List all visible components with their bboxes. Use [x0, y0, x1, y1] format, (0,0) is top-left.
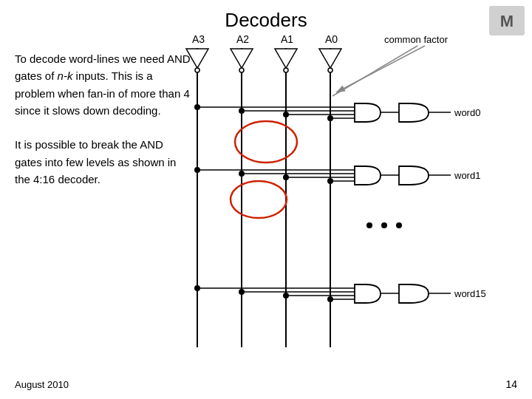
- svg-point-44: [396, 222, 402, 228]
- svg-text:word15: word15: [454, 288, 486, 299]
- svg-point-37: [283, 174, 289, 180]
- footer-date: August 2010: [15, 379, 69, 390]
- svg-point-26: [283, 112, 289, 117]
- svg-point-50: [239, 289, 245, 295]
- svg-point-24: [194, 104, 200, 110]
- svg-text:A3: A3: [192, 33, 205, 45]
- svg-point-57: [231, 181, 287, 218]
- svg-text:A1: A1: [281, 33, 293, 45]
- svg-line-58: [336, 46, 425, 92]
- svg-marker-12: [186, 49, 208, 68]
- svg-text:M: M: [500, 12, 514, 30]
- svg-point-51: [283, 293, 289, 299]
- svg-point-38: [327, 178, 333, 184]
- svg-text:common factor: common factor: [384, 34, 449, 45]
- svg-point-15: [239, 68, 244, 72]
- svg-point-35: [194, 167, 200, 173]
- svg-marker-16: [275, 49, 297, 68]
- svg-point-49: [194, 285, 200, 291]
- svg-point-19: [328, 68, 332, 72]
- svg-line-7: [332, 46, 417, 96]
- svg-point-52: [327, 296, 333, 302]
- svg-text:word0: word0: [454, 107, 480, 118]
- svg-marker-14: [231, 49, 253, 68]
- svg-point-43: [381, 222, 387, 228]
- svg-point-13: [195, 68, 200, 72]
- decoder-diagram: A3 A2 A1 A0 common factor word0: [170, 30, 525, 369]
- description-text: To decode word-lines we need AND gates o…: [15, 50, 192, 188]
- page-title: Decoders: [0, 0, 532, 32]
- svg-point-56: [235, 121, 297, 163]
- svg-text:word1: word1: [454, 170, 480, 181]
- svg-point-17: [284, 68, 288, 72]
- svg-text:A2: A2: [236, 33, 249, 45]
- svg-text:A0: A0: [325, 33, 338, 45]
- svg-point-27: [327, 115, 333, 121]
- svg-point-25: [239, 108, 245, 114]
- svg-point-42: [366, 222, 372, 228]
- footer-page: 14: [505, 378, 517, 390]
- svg-point-36: [239, 171, 245, 177]
- svg-marker-18: [319, 49, 341, 68]
